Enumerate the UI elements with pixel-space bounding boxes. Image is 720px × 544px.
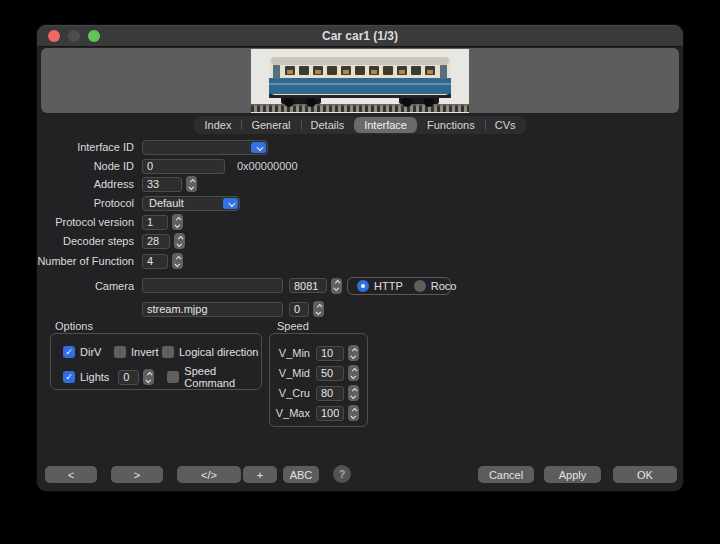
chevron-down-icon[interactable] [223, 198, 238, 209]
node-id-input[interactable] [142, 159, 225, 174]
camera-port-stepper-icon[interactable] [331, 278, 342, 294]
vmid-input[interactable] [316, 366, 344, 381]
decoder-steps-input[interactable] [142, 234, 170, 249]
camera-protocol-radiogroup: HTTP Roco [347, 277, 451, 295]
logical-direction-label: Logical direction [179, 346, 259, 358]
chevron-down-icon[interactable] [251, 142, 266, 153]
dirv-checkbox[interactable] [63, 346, 75, 358]
add-button[interactable]: + [243, 466, 277, 483]
apply-button[interactable]: Apply [544, 466, 601, 483]
camera-index-input[interactable] [289, 302, 309, 317]
speed-groupbox: V_Min V_Mid V_Cru V_Max [269, 333, 368, 427]
vcru-stepper-icon[interactable] [348, 385, 359, 401]
logical-direction-checkbox[interactable] [162, 346, 174, 358]
number-of-function-input[interactable] [142, 254, 168, 269]
close-button[interactable] [48, 30, 60, 42]
address-stepper-icon[interactable] [186, 176, 197, 192]
camera-label: Camera [37, 280, 134, 292]
protocol-version-stepper-icon[interactable] [172, 214, 183, 230]
vmax-input[interactable] [316, 406, 344, 421]
speed-command-label: Speed Command [184, 365, 261, 389]
camera-stream-input[interactable] [142, 302, 283, 317]
vmin-stepper-icon[interactable] [348, 345, 359, 361]
invert-checkbox[interactable] [114, 346, 126, 358]
vmid-label: V_Mid [279, 367, 310, 379]
speed-command-checkbox[interactable] [167, 371, 179, 383]
tab-interface[interactable]: Interface [354, 117, 417, 133]
tab-cvs[interactable]: CVs [485, 117, 526, 133]
lights-checkbox[interactable] [63, 371, 75, 383]
roco-radio-label: Roco [431, 280, 457, 292]
vmax-label: V_Max [276, 407, 310, 419]
vcru-label: V_Cru [279, 387, 310, 399]
protocol-version-input[interactable] [142, 215, 168, 230]
camera-port-input[interactable] [289, 278, 327, 293]
tab-general[interactable]: General [241, 117, 300, 133]
lights-stepper-icon[interactable] [143, 369, 154, 385]
number-of-function-stepper-icon[interactable] [172, 253, 183, 269]
next-button[interactable]: > [111, 466, 163, 483]
window-title: Car car1 (1/3) [322, 29, 398, 43]
zoom-button[interactable] [88, 30, 100, 42]
node-id-hex: 0x00000000 [237, 160, 298, 172]
prev-button[interactable]: < [45, 466, 97, 483]
protocol-version-label: Protocol version [37, 216, 134, 228]
http-radio-label: HTTP [374, 280, 403, 292]
dirv-label: DirV [80, 346, 101, 358]
ok-button[interactable]: OK [613, 466, 677, 483]
car-photo [251, 49, 469, 113]
abc-button[interactable]: ABC [283, 466, 319, 483]
vmid-stepper-icon[interactable] [348, 365, 359, 381]
options-groupbox: DirV Invert Logical direction Lights Spe… [50, 333, 262, 390]
camera-url-input[interactable] [142, 278, 283, 293]
lights-value-input[interactable] [118, 370, 139, 385]
http-radio[interactable] [357, 280, 369, 292]
speed-group-label: Speed [277, 320, 309, 332]
vmin-label: V_Min [279, 347, 310, 359]
vmin-input[interactable] [316, 346, 344, 361]
minimize-button [68, 30, 80, 42]
interface-id-label: Interface ID [37, 141, 134, 153]
tab-index[interactable]: Index [195, 117, 242, 133]
node-id-label: Node ID [37, 160, 134, 172]
tab-details[interactable]: Details [301, 117, 355, 133]
protocol-combo[interactable]: Default [142, 196, 240, 211]
cancel-button[interactable]: Cancel [478, 466, 534, 483]
tab-bar: Index General Details Interface Function… [37, 116, 683, 134]
roco-radio[interactable] [414, 280, 426, 292]
lights-label: Lights [80, 371, 109, 383]
decoder-steps-stepper-icon[interactable] [174, 233, 185, 249]
code-button[interactable]: </> [177, 466, 241, 483]
titlebar: Car car1 (1/3) [37, 25, 683, 47]
protocol-label: Protocol [37, 197, 134, 209]
decoder-steps-label: Decoder steps [37, 235, 134, 247]
address-label: Address [37, 178, 134, 190]
help-button[interactable]: ? [333, 465, 351, 483]
number-of-function-label: Number of Function [37, 255, 134, 267]
options-group-label: Options [55, 320, 93, 332]
car-properties-dialog: Car car1 (1/3) [36, 24, 684, 492]
invert-label: Invert [131, 346, 159, 358]
vcru-input[interactable] [316, 386, 344, 401]
vmax-stepper-icon[interactable] [348, 405, 359, 421]
car-image-panel [41, 48, 679, 113]
address-input[interactable] [142, 177, 182, 192]
camera-index-stepper-icon[interactable] [313, 301, 324, 317]
tab-functions[interactable]: Functions [417, 117, 485, 133]
interface-id-combo[interactable] [142, 140, 268, 155]
